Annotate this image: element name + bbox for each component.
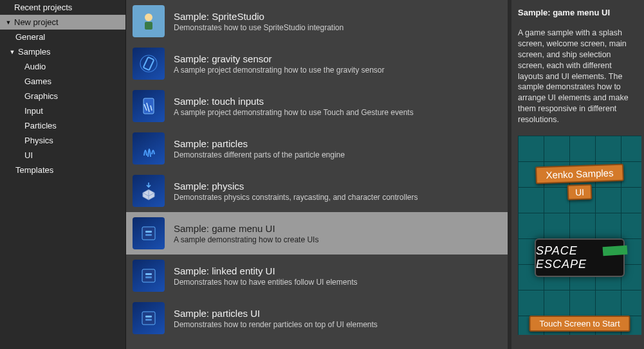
nav-samples[interactable]: ▼ Samples: [0, 44, 125, 59]
preview-logo: SPACE ESCAPE: [535, 238, 625, 277]
preview-badge-bottom: Touch Screen to Start: [529, 316, 630, 332]
nav-new-project[interactable]: ▼ New project: [0, 15, 125, 30]
nav-label: Audio: [24, 62, 46, 71]
list-item[interactable]: Sample: physics Demonstrates physics con…: [126, 170, 508, 212]
list-item[interactable]: Sample: touch inputs A sample project de…: [126, 85, 508, 127]
nav-label: Recent projects: [14, 3, 72, 12]
thumbnail-icon: [133, 302, 165, 334]
list-item-desc: Demonstrates how to render particles on …: [174, 320, 378, 329]
svg-rect-8: [142, 269, 155, 282]
nav-category-physics[interactable]: Physics: [0, 133, 125, 148]
nav-templates[interactable]: Templates: [0, 163, 125, 177]
nav-label: General: [15, 32, 45, 42]
thumbnail-icon: [133, 132, 165, 165]
nav-category-games[interactable]: Games: [0, 74, 125, 89]
nav-category-particles[interactable]: Particles: [0, 118, 125, 133]
nav-label: UI: [24, 150, 33, 160]
list-item-text: Sample: particles Demonstrates different…: [174, 138, 345, 159]
nav-category-audio[interactable]: Audio: [0, 59, 125, 74]
svg-rect-9: [145, 273, 152, 275]
svg-rect-12: [145, 316, 152, 318]
preview-image: Xenko Samples UI SPACE ESCAPE Touch Scre…: [518, 136, 641, 335]
nav-category-graphics[interactable]: Graphics: [0, 89, 125, 103]
detail-description: A game sample with a splash screen, welc…: [518, 28, 638, 125]
list-item-desc: A sample demonstrating how to create UIs: [174, 235, 318, 244]
list-item-title: Sample: particles: [174, 138, 345, 149]
svg-point-0: [145, 13, 152, 21]
list-item-desc: Demonstrates physics constraints, raycas…: [174, 193, 418, 202]
list-item-title: Sample: physics: [174, 181, 418, 192]
detail-title: Sample: game menu UI: [518, 8, 638, 17]
list-item-text: Sample: physics Demonstrates physics con…: [174, 181, 418, 202]
svg-rect-1: [145, 22, 152, 30]
list-item-text: Sample: particles UI Demonstrates how to…: [174, 308, 378, 329]
chevron-down-icon: ▼: [5, 19, 12, 26]
svg-rect-5: [142, 227, 155, 240]
list-item-desc: A sample project demonstrating how to us…: [174, 108, 414, 117]
thumbnail-icon: [133, 260, 165, 292]
svg-rect-7: [145, 234, 152, 236]
preview-badge-ui: UI: [567, 184, 593, 200]
detail-panel: Sample: game menu UI A game sample with …: [508, 0, 644, 349]
thumbnail-icon: [133, 90, 165, 122]
nav-general[interactable]: General: [0, 30, 125, 44]
list-item[interactable]: Sample: particles UI Demonstrates how to…: [126, 297, 508, 339]
list-item[interactable]: Sample: game menu UI A sample demonstrat…: [126, 212, 508, 255]
list-item-text: Sample: touch inputs A sample project de…: [174, 96, 414, 117]
nav-recent-projects[interactable]: Recent projects: [0, 0, 125, 15]
list-item-desc: Demonstrates how to have entities follow…: [174, 278, 357, 287]
thumbnail-icon: [133, 5, 165, 37]
list-item[interactable]: Sample: linked entity UI Demonstrates ho…: [126, 255, 508, 297]
thumbnail-icon: [133, 175, 165, 207]
list-item-title: Sample: game menu UI: [174, 223, 318, 234]
svg-rect-2: [143, 57, 154, 71]
list-item-title: Sample: touch inputs: [174, 96, 414, 107]
nav-category-ui[interactable]: UI: [0, 148, 125, 163]
list-item-text: Sample: gravity sensor A sample project …: [174, 53, 385, 75]
nav-label: Input: [24, 106, 43, 116]
list-item-title: Sample: linked entity UI: [174, 265, 357, 276]
nav-label: Graphics: [24, 91, 58, 101]
list-item[interactable]: Sample: gravity sensor A sample project …: [126, 42, 508, 85]
nav-label: New project: [14, 17, 59, 27]
template-list: Sample: SpriteStudio Demonstrates how to…: [126, 0, 508, 349]
chevron-down-icon: ▼: [9, 49, 15, 55]
list-item-desc: Demonstrates different parts of the part…: [174, 150, 345, 159]
nav-label: Samples: [18, 47, 51, 57]
thumbnail-icon: [133, 48, 165, 80]
list-item-text: Sample: SpriteStudio Demonstrates how to…: [174, 11, 344, 32]
nav-label: Particles: [24, 121, 57, 130]
svg-rect-11: [142, 312, 155, 325]
list-item-desc: A sample project demonstrating how to us…: [174, 66, 385, 75]
list-item-desc: Demonstrates how to use SpriteStudio int…: [174, 23, 344, 32]
nav-label: Templates: [15, 165, 53, 175]
sidebar: Recent projects ▼ New project General ▼ …: [0, 0, 126, 349]
list-item[interactable]: Sample: particles Demonstrates different…: [126, 127, 508, 170]
thumbnail-icon: [133, 217, 165, 249]
preview-badge-top: Xenko Samples: [535, 163, 624, 184]
list-item-text: Sample: game menu UI A sample demonstrat…: [174, 223, 318, 244]
nav-label: Physics: [24, 136, 53, 145]
list-item[interactable]: Sample: SpriteStudio Demonstrates how to…: [126, 0, 508, 42]
list-item-title: Sample: SpriteStudio: [174, 11, 344, 22]
svg-rect-6: [145, 231, 152, 233]
list-item-text: Sample: linked entity UI Demonstrates ho…: [174, 265, 357, 287]
svg-rect-10: [145, 276, 152, 278]
svg-rect-13: [145, 319, 152, 321]
nav-label: Games: [24, 76, 51, 86]
list-item-title: Sample: particles UI: [174, 308, 378, 319]
list-item-title: Sample: gravity sensor: [174, 53, 385, 64]
logo-stripe: [603, 246, 628, 256]
nav-category-input[interactable]: Input: [0, 103, 125, 118]
